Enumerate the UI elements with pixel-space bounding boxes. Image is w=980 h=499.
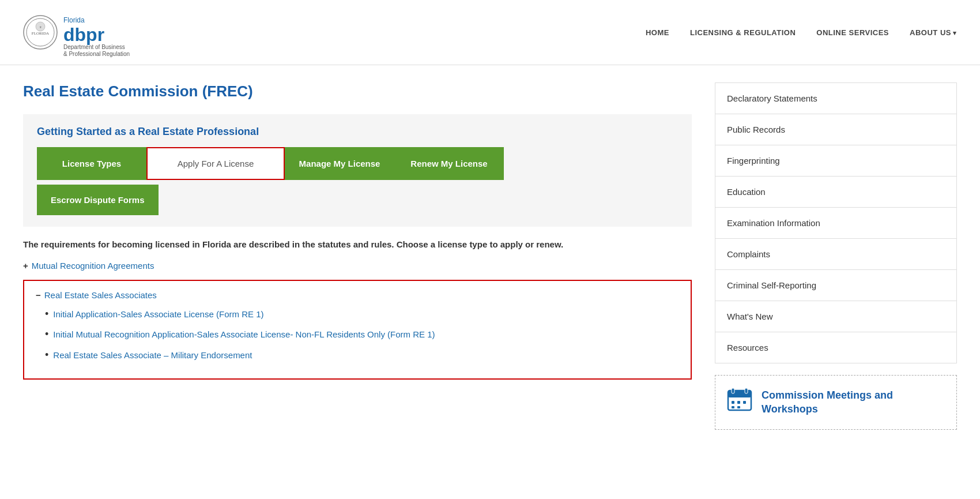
page-title: Real Estate Commission (FREC): [23, 82, 692, 100]
nav-online-services[interactable]: ONLINE SERVICES: [816, 28, 889, 37]
header: FLORIDA ⚜ Florida dbpr Department of Bus…: [0, 0, 980, 65]
list-item: Initial Application-Sales Associate Lice…: [45, 308, 679, 321]
logo-area: FLORIDA ⚜ Florida dbpr Department of Bus…: [23, 7, 130, 58]
nav-about-us[interactable]: ABOUT US: [910, 28, 957, 37]
logo-subtitle: Department of Business& Professional Reg…: [63, 44, 130, 58]
sidebar-item-whats-new[interactable]: What's New: [715, 301, 956, 332]
page-body: Real Estate Commission (FREC) Getting St…: [0, 65, 980, 447]
mutual-recognition-app-link[interactable]: Initial Mutual Recognition Application-S…: [53, 328, 435, 340]
logo-text: Florida dbpr Department of Business& Pro…: [63, 7, 130, 58]
red-bordered-section: − Real Estate Sales Associates Initial A…: [23, 280, 692, 380]
sidebar-item-declaratory[interactable]: Declaratory Statements: [715, 83, 956, 114]
getting-started-title: Getting Started as a Real Estate Profess…: [37, 126, 678, 138]
svg-rect-13: [737, 406, 740, 408]
manage-my-license-button[interactable]: Manage My License: [285, 147, 394, 180]
accordion-label: Mutual Recognition Agreements: [32, 261, 154, 271]
military-endorsement-link[interactable]: Real Estate Sales Associate – Military E…: [53, 349, 252, 361]
logo-dbpr: Florida dbpr: [63, 7, 130, 44]
svg-rect-10: [737, 401, 740, 404]
calendar-icon: [727, 387, 752, 418]
license-types-button[interactable]: License Types: [37, 147, 146, 180]
main-nav: HOME LICENSING & REGULATION ONLINE SERVI…: [646, 28, 957, 37]
renew-my-license-button[interactable]: Renew My License: [394, 147, 504, 180]
commission-title: Commission Meetings and Workshops: [762, 389, 945, 416]
svg-text:⚜: ⚜: [39, 25, 42, 29]
svg-rect-11: [743, 401, 746, 404]
svg-rect-12: [732, 406, 734, 408]
getting-started-box: Getting Started as a Real Estate Profess…: [23, 114, 692, 227]
buttons-row-1: License Types Apply For A License Manage…: [37, 147, 678, 180]
real-estate-associates-header[interactable]: − Real Estate Sales Associates: [36, 290, 679, 300]
sidebar-item-criminal[interactable]: Criminal Self-Reporting: [715, 270, 956, 301]
state-seal-icon: FLORIDA ⚜: [23, 15, 58, 50]
sidebar-item-education[interactable]: Education: [715, 177, 956, 208]
escrow-dispute-forms-button[interactable]: Escrow Dispute Forms: [37, 185, 159, 215]
svg-rect-7: [732, 388, 734, 393]
mutual-recognition-accordion[interactable]: + Mutual Recognition Agreements: [23, 261, 692, 271]
description-text: The requirements for becoming licensed i…: [23, 238, 692, 252]
commission-box[interactable]: Commission Meetings and Workshops: [715, 375, 957, 430]
apply-for-license-button[interactable]: Apply For A License: [146, 147, 285, 180]
sidebar-item-examination[interactable]: Examination Information: [715, 208, 956, 239]
svg-rect-8: [745, 388, 748, 393]
initial-app-link[interactable]: Initial Application-Sales Associate Lice…: [53, 308, 263, 320]
list-item: Initial Mutual Recognition Application-S…: [45, 328, 679, 341]
sidebar-item-public-records[interactable]: Public Records: [715, 114, 956, 145]
sidebar-item-fingerprinting[interactable]: Fingerprinting: [715, 145, 956, 177]
svg-rect-9: [732, 401, 734, 404]
list-item: Real Estate Sales Associate – Military E…: [45, 349, 679, 362]
plus-icon: +: [23, 261, 28, 271]
sidebar-item-complaints[interactable]: Complaints: [715, 239, 956, 270]
minus-icon: −: [36, 290, 41, 300]
nav-licensing[interactable]: LICENSING & REGULATION: [690, 28, 796, 37]
calendar-svg: [727, 387, 752, 412]
sidebar-item-resources[interactable]: Resources: [715, 332, 956, 363]
section-header-label: Real Estate Sales Associates: [44, 290, 157, 300]
logo-florida: Florida: [63, 16, 85, 24]
buttons-row-2: Escrow Dispute Forms: [37, 185, 678, 215]
sidebar-menu: Declaratory Statements Public Records Fi…: [715, 82, 957, 363]
svg-text:FLORIDA: FLORIDA: [32, 31, 49, 36]
main-content: Real Estate Commission (FREC) Getting St…: [23, 82, 692, 430]
sidebar: Declaratory Statements Public Records Fi…: [715, 82, 957, 430]
section-list: Initial Application-Sales Associate Lice…: [36, 308, 679, 362]
nav-home[interactable]: HOME: [646, 28, 669, 37]
